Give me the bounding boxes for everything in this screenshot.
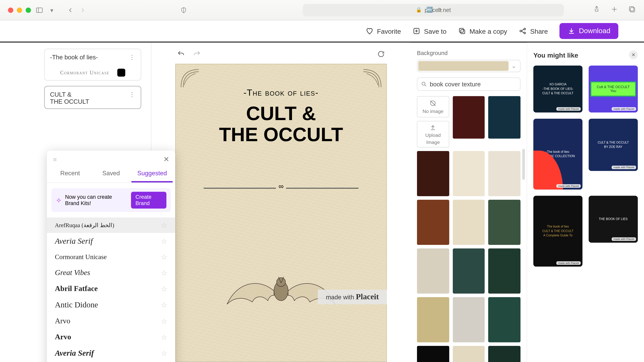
- texture-swatch[interactable]: [488, 96, 520, 139]
- texture-swatch[interactable]: [417, 248, 449, 294]
- text-layer-card-2[interactable]: CULT & THE OCCULT ⋮: [44, 86, 141, 109]
- font-option[interactable]: Great Vibes☆: [47, 265, 175, 281]
- scrollbar[interactable]: [522, 149, 525, 180]
- search-value: book cover texture: [430, 81, 481, 88]
- maximize-window[interactable]: [26, 7, 31, 13]
- font-list[interactable]: ArefRuqaa (الخط الرقعة)☆Averia Serif☆Cor…: [47, 217, 175, 362]
- translate-icon[interactable]: 🔤: [426, 7, 433, 14]
- url-bar[interactable]: 🔒 placeit.net 🔤 ⟳: [303, 4, 564, 16]
- texture-swatch[interactable]: [453, 96, 485, 139]
- font-option[interactable]: Cormorant Unicase☆: [47, 249, 175, 265]
- download-button[interactable]: Download: [560, 23, 618, 39]
- texture-swatch[interactable]: [417, 346, 449, 362]
- redo-icon[interactable]: [193, 50, 201, 60]
- texture-swatch[interactable]: [488, 151, 520, 196]
- suggestion-card[interactable]: The book of lies CULT & THE OCCULT A Com…: [533, 196, 582, 267]
- reload-icon[interactable]: ⟳: [437, 7, 442, 14]
- no-image-option[interactable]: No image: [417, 96, 449, 117]
- texture-swatch[interactable]: [453, 297, 485, 342]
- star-icon[interactable]: ☆: [161, 237, 167, 245]
- star-icon[interactable]: ☆: [161, 221, 167, 229]
- texture-swatch[interactable]: [488, 248, 520, 294]
- font-option[interactable]: Averia Serif☆: [47, 233, 175, 249]
- cover-title[interactable]: CULT & THE OCCULT: [175, 103, 387, 145]
- cover-subtitle[interactable]: -The book of lies-: [175, 88, 387, 98]
- favorite-button[interactable]: Favorite: [366, 27, 401, 35]
- suggestion-card[interactable]: -The book of lies- CLASSIC COLLECTIONmad…: [533, 119, 582, 189]
- tab-suggested[interactable]: Suggested: [132, 165, 173, 183]
- star-icon[interactable]: ☆: [161, 349, 167, 357]
- more-icon[interactable]: ⋮: [129, 91, 136, 98]
- share-button[interactable]: Share: [519, 27, 548, 35]
- new-tab-icon[interactable]: [610, 5, 618, 15]
- more-icon[interactable]: ⋮: [129, 54, 136, 61]
- texture-swatch[interactable]: [453, 248, 485, 294]
- suggestion-card[interactable]: THE BOOK OF LIESmade with Placeit: [589, 196, 638, 243]
- svg-rect-0: [36, 8, 42, 13]
- texture-search-input[interactable]: book cover texture: [417, 78, 521, 91]
- svg-point-18: [277, 278, 286, 286]
- sidebar-toggle-icon[interactable]: [36, 6, 43, 14]
- design-canvas[interactable]: -The book of lies- CULT & THE OCCULT mad…: [175, 64, 387, 362]
- close-window[interactable]: [8, 7, 13, 13]
- divider-ornament: [204, 188, 358, 188]
- texture-swatch[interactable]: [488, 200, 520, 245]
- font-preview-label: Cormorant Unicase: [55, 253, 107, 261]
- star-icon[interactable]: ☆: [161, 284, 167, 293]
- font-option[interactable]: Abril Fatface☆: [47, 281, 175, 297]
- close-icon[interactable]: ✕: [629, 51, 638, 59]
- font-preview-label: Averia Serif: [55, 348, 94, 358]
- texture-swatch[interactable]: [453, 200, 485, 245]
- undo-icon[interactable]: [177, 50, 185, 60]
- close-icon[interactable]: ✕: [163, 155, 169, 163]
- font-option[interactable]: ArefRuqaa (الخط الرقعة)☆: [47, 217, 175, 233]
- font-option[interactable]: Averia Serif☆: [47, 345, 175, 361]
- window-controls[interactable]: [8, 7, 31, 13]
- star-icon[interactable]: ☆: [161, 253, 167, 261]
- texture-swatch[interactable]: [488, 297, 520, 342]
- tabs-icon[interactable]: [628, 5, 636, 15]
- shield-icon[interactable]: [180, 7, 188, 14]
- minimize-window[interactable]: [17, 7, 22, 13]
- save-to-button[interactable]: Save to: [412, 27, 446, 35]
- texture-swatch[interactable]: [417, 200, 449, 245]
- make-copy-button[interactable]: Make a copy: [458, 27, 507, 35]
- chevron-down-icon[interactable]: ⌄: [508, 63, 519, 69]
- star-icon[interactable]: ☆: [161, 317, 167, 325]
- text-layer-card-1[interactable]: -The book of lies- ⋮ Cormorant Unicase: [44, 49, 141, 81]
- back-icon[interactable]: [66, 7, 74, 14]
- color-swatch[interactable]: [118, 69, 125, 77]
- font-label[interactable]: Cormorant Unicase: [60, 69, 109, 76]
- cover-title-line2: THE OCCULT: [175, 124, 387, 146]
- font-picker-popover: ≡ ✕ Recent Saved Suggested ✧ Now you can…: [47, 151, 175, 362]
- font-option[interactable]: Antic Didone☆: [47, 297, 175, 313]
- share-icon[interactable]: [592, 5, 600, 15]
- drag-handle-icon[interactable]: ≡: [53, 156, 57, 163]
- star-icon[interactable]: ☆: [161, 268, 167, 277]
- font-option[interactable]: Arvo☆: [47, 329, 175, 345]
- texture-swatch[interactable]: [453, 346, 485, 362]
- create-brand-button[interactable]: Create Brand: [131, 192, 166, 209]
- texture-swatch[interactable]: [417, 151, 449, 196]
- refresh-icon[interactable]: [377, 50, 385, 60]
- chevron-down-icon[interactable]: ▾: [48, 7, 56, 14]
- suggestion-card[interactable]: CULT & THE OCCULT BY ZOE RAYmade with Pl…: [589, 119, 638, 171]
- background-select[interactable]: ⌄: [417, 60, 521, 72]
- texture-swatch[interactable]: [417, 297, 449, 342]
- lock-icon: 🔒: [416, 7, 422, 13]
- texture-swatch[interactable]: [453, 151, 485, 196]
- font-option[interactable]: Arvo☆: [47, 313, 175, 329]
- texture-grid: [417, 151, 521, 362]
- suggestion-card[interactable]: Cult & THE OCCULT Youmade with Placeit: [589, 66, 638, 112]
- suggestion-card[interactable]: XO GARCIA -THE BOOK OF LIES- CULT & THE …: [533, 66, 582, 112]
- upload-image-button[interactable]: Upload Image: [417, 121, 449, 148]
- download-label: Download: [579, 27, 610, 35]
- tab-saved[interactable]: Saved: [91, 165, 132, 183]
- star-icon[interactable]: ☆: [161, 301, 167, 309]
- font-preview-label: Arvo: [55, 317, 70, 325]
- texture-swatch[interactable]: [488, 346, 520, 362]
- text-layer-title-line2: THE OCCULT: [50, 98, 89, 105]
- svg-rect-5: [630, 8, 635, 12]
- star-icon[interactable]: ☆: [161, 333, 167, 341]
- tab-recent[interactable]: Recent: [50, 165, 91, 183]
